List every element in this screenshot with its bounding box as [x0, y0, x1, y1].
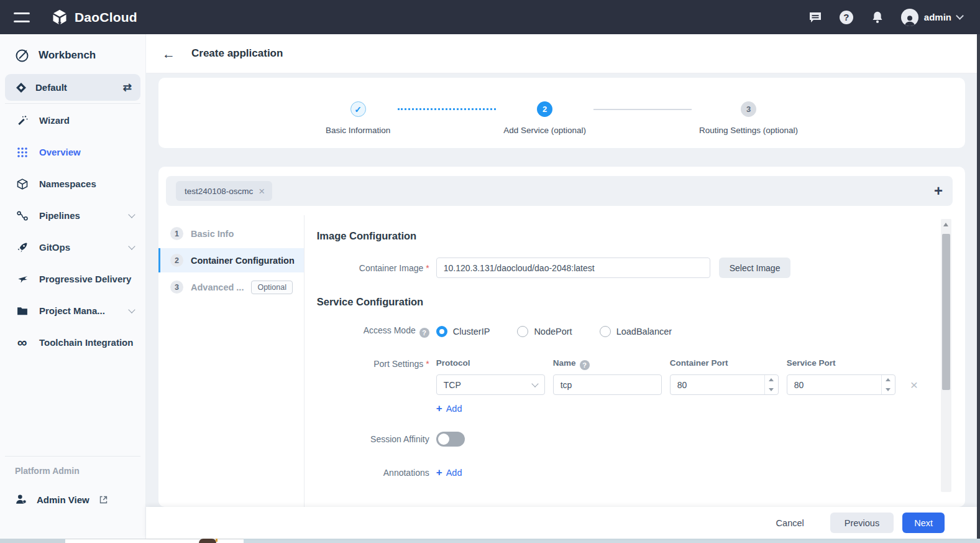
container-image-row: Container Image* Select Image	[317, 258, 918, 278]
folder-icon	[16, 305, 29, 317]
add-annotation-button[interactable]: + Add	[436, 467, 462, 478]
avatar	[901, 9, 918, 26]
add-container-icon[interactable]: +	[934, 183, 943, 198]
increment-icon[interactable]	[765, 375, 778, 385]
step-basic-information[interactable]: ✓ Basic Information	[326, 101, 390, 135]
window-right-edge	[977, 34, 980, 543]
sidebar-item-overview[interactable]: Overview	[0, 136, 145, 168]
sidebar-menu: Wizard Overview Namespaces Pipelines	[0, 104, 145, 358]
sidebar-item-wizard[interactable]: Wizard	[0, 104, 145, 136]
main-area: ← Create application ✓ Basic Information…	[146, 34, 980, 543]
add-port-button[interactable]: + Add	[436, 403, 462, 414]
service-configuration-heading: Service Configuration	[317, 296, 918, 308]
service-port-input[interactable]	[787, 374, 895, 395]
radio-dot	[517, 326, 528, 337]
bird-icon	[16, 273, 29, 285]
session-affinity-row: Session Affinity	[317, 432, 918, 447]
step-check-icon: ✓	[350, 101, 366, 117]
port-settings-fields: Protocol Name? Container Port Service Po…	[436, 358, 918, 414]
help-icon[interactable]: ?	[839, 10, 854, 25]
sidebar-item-toolchain-integration[interactable]: ∞ Toolchain Integration	[0, 327, 145, 358]
container-image-input[interactable]	[436, 258, 710, 278]
form-step-nav: 1 Basic Info 2 Container Configuration 3…	[158, 215, 305, 507]
platform-admin-label: Platform Admin	[15, 466, 80, 476]
session-affinity-label: Session Affinity	[317, 434, 436, 444]
decrement-icon[interactable]	[765, 385, 778, 395]
chevron-down-icon	[531, 380, 538, 387]
sidebar-item-pipelines[interactable]: Pipelines	[0, 200, 145, 231]
form-step-basic-info[interactable]: 1 Basic Info	[158, 221, 304, 246]
header-actions: ? admin	[808, 9, 963, 26]
wand-icon	[16, 114, 29, 127]
help-icon[interactable]: ?	[419, 328, 429, 338]
protocol-header: Protocol	[436, 358, 545, 370]
increment-icon[interactable]	[882, 375, 895, 385]
sidebar-item-namespaces[interactable]: Namespaces	[0, 168, 145, 200]
user-menu[interactable]: admin	[901, 9, 963, 26]
menu-toggle-icon[interactable]	[14, 12, 30, 22]
select-image-button[interactable]: Select Image	[719, 258, 791, 278]
back-arrow-icon[interactable]: ←	[162, 47, 175, 60]
cancel-button[interactable]: Cancel	[767, 513, 813, 533]
container-port-input[interactable]	[670, 374, 779, 395]
radio-dot	[436, 326, 447, 337]
sidebar-item-project-management[interactable]: Project Mana...	[0, 295, 145, 327]
step-add-service[interactable]: 2 Add Service (optional)	[503, 101, 586, 135]
scrollbar-thumb[interactable]	[942, 234, 950, 390]
port-settings-row: Port Settings* Protocol Name? Container …	[317, 358, 918, 414]
annotations-row: Annotations + Add	[317, 467, 918, 478]
workspace-selector[interactable]: Default ⇄	[5, 74, 140, 101]
messages-icon[interactable]	[808, 10, 823, 25]
access-mode-options: ClusterIP NodePort LoadBalancer	[436, 326, 672, 337]
container-tab[interactable]: test240108-oscmc ×	[176, 181, 272, 201]
port-row: TCP	[436, 374, 918, 395]
admin-view-link[interactable]: Admin View	[15, 493, 108, 506]
chevron-down-icon	[956, 12, 964, 20]
image-configuration-heading: Image Configuration	[317, 230, 918, 242]
notifications-bell-icon[interactable]	[870, 10, 885, 25]
access-mode-row: Access Mode? ClusterIP NodePort	[317, 325, 918, 338]
chevron-down-icon	[128, 243, 135, 249]
form-step-container-configuration[interactable]: 2 Container Configuration	[158, 248, 304, 272]
form-scrollbar[interactable]	[941, 219, 951, 492]
radio-nodeport[interactable]: NodePort	[517, 326, 572, 337]
port-settings-label: Port Settings*	[317, 358, 436, 369]
service-port-header: Service Port	[787, 358, 895, 370]
footer-action-bar: Cancel Previous Next	[146, 507, 977, 539]
container-port-header: Container Port	[670, 358, 779, 370]
radio-clusterip[interactable]: ClusterIP	[436, 326, 490, 337]
sidebar-title: Workbench	[15, 48, 96, 63]
pipelines-icon	[16, 210, 29, 222]
container-tab-strip: test240108-oscmc × +	[166, 176, 953, 206]
step-routing-settings[interactable]: 3 Routing Settings (optional)	[699, 101, 798, 135]
remove-port-row-icon[interactable]: ×	[910, 378, 918, 392]
decrement-icon[interactable]	[882, 385, 895, 395]
grid-icon	[16, 147, 29, 158]
chevron-down-icon	[128, 306, 135, 313]
next-button[interactable]: Next	[902, 513, 945, 533]
sidebar-item-gitops[interactable]: GitOps	[0, 231, 145, 263]
user-name: admin	[924, 12, 951, 22]
switch-workspace-icon[interactable]: ⇄	[123, 81, 132, 94]
access-mode-label: Access Mode?	[317, 325, 436, 338]
sidebar: Workbench Default ⇄ Wizard Overview	[0, 34, 146, 539]
session-affinity-toggle[interactable]	[436, 432, 465, 447]
sidebar-item-progressive-delivery[interactable]: Progressive Delivery	[0, 263, 145, 295]
scroll-up-icon[interactable]	[943, 223, 948, 226]
page-title: Create application	[191, 47, 283, 60]
annotations-label: Annotations	[317, 468, 436, 478]
number-stepper	[881, 375, 895, 394]
close-icon[interactable]: ×	[259, 186, 265, 197]
protocol-select[interactable]: TCP	[436, 374, 545, 395]
admin-user-icon	[15, 493, 27, 506]
previous-button[interactable]: Previous	[830, 513, 894, 533]
page-header: ← Create application	[146, 34, 977, 73]
sidebar-divider	[5, 103, 140, 104]
port-name-input[interactable]	[553, 374, 662, 395]
help-icon[interactable]: ?	[580, 360, 590, 370]
form-body: 1 Basic Info 2 Container Configuration 3…	[158, 215, 965, 507]
form-step-advanced[interactable]: 3 Advanced ... Optional	[158, 275, 304, 299]
external-link-icon	[99, 495, 108, 504]
radio-loadbalancer[interactable]: LoadBalancer	[600, 326, 672, 337]
background-window-strip	[0, 539, 980, 543]
